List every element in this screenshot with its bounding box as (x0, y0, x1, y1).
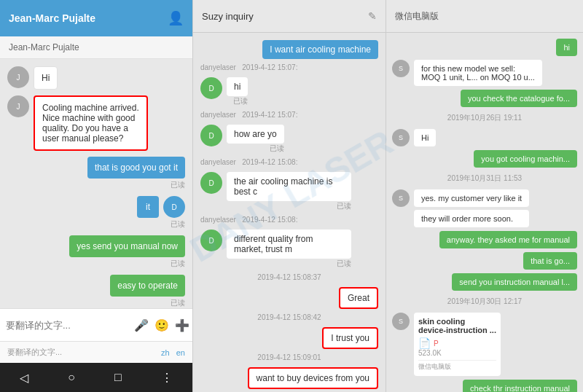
message-bubble-highlighted: want to buy devices from you (248, 367, 378, 389)
message-bubble: I want air cooling machine (262, 40, 378, 59)
avatar: S (392, 60, 410, 77)
message-bubble-sent: that is good you got it (87, 157, 185, 179)
file-card[interactable]: skin coolingdevice-instruction ... 📄 P 5… (414, 313, 501, 376)
message-bubble: they will order more soon. (414, 210, 529, 227)
avatar: J (7, 95, 29, 117)
list-item: I trust you (322, 327, 378, 349)
message-bubble-highlighted: Great (339, 287, 378, 309)
home-icon[interactable]: ○ (68, 371, 75, 384)
back-icon[interactable]: ◁ (20, 371, 28, 385)
list-item: send you instruction manual l... (452, 273, 577, 291)
read-status: 已读 (87, 180, 185, 190)
message-bubble: for this new model we sell:MOQ 1 unit, L… (414, 60, 542, 86)
mid-chat-area[interactable]: I want air cooling machine danyelaser 20… (193, 33, 386, 392)
square-icon[interactable]: □ (114, 371, 122, 384)
middle-chat-panel: Suzy inquiry ✎ I want air cooling machin… (193, 0, 386, 392)
read-status: 已读 (227, 96, 248, 106)
message-bubble: send you instruction manual l... (452, 273, 577, 291)
contact-info: Jean-Marc Pujalte (0, 36, 192, 59)
read-status: 已读 (227, 201, 351, 211)
list-item: S for this new model we sell:MOQ 1 unit,… (392, 60, 542, 86)
list-item: I want air cooling machine (262, 40, 378, 59)
message-bubble: different quality from market, trust m (227, 230, 351, 259)
message-bubble-highlighted: Cooling machine arrived.Nice machine wit… (34, 95, 148, 151)
message-bubble-highlighted: I trust you (322, 327, 378, 349)
file-source: 微信电脑版 (418, 360, 496, 372)
list-item: D the air cooling machine is best c 已读 (200, 172, 351, 211)
message-bubble: yes. my customer very like it (414, 189, 529, 207)
message-bubble: hi (556, 39, 577, 56)
list-item: J Cooling machine arrived.Nice machine w… (7, 95, 148, 151)
list-item: you check the catalogue fo... (461, 90, 577, 107)
list-item: hi (556, 39, 577, 56)
edit-icon[interactable]: ✎ (368, 10, 377, 22)
list-item: anyway. they asked me for manual (439, 231, 577, 248)
translate-bar: 要翻译的文字... zh en (0, 341, 192, 363)
right-chat-area[interactable]: hi S for this new model we sell:MOQ 1 un… (386, 33, 583, 392)
avatar: J (7, 66, 29, 88)
message-bubble: Hi (414, 129, 436, 146)
avatar: S (392, 129, 410, 146)
list-item: you got cooling machin... (474, 150, 577, 168)
app-container: DANY LASER Jean-Marc Pujalte 👤 Jean-Marc… (0, 0, 583, 392)
list-item: D how are yo 已读 (200, 125, 284, 154)
translate-placeholder: 要翻译的文字... (7, 347, 62, 358)
mid-header: Suzy inquiry ✎ (193, 0, 386, 33)
message-bubble: check thr instruction manual (463, 380, 577, 392)
add-icon[interactable]: ➕ (175, 318, 189, 332)
read-status: 已读 (227, 259, 351, 269)
message-bubble: you check the catalogue fo... (461, 90, 577, 107)
file-size: 523.0K (418, 349, 496, 357)
microphone-icon[interactable]: 🎤 (134, 318, 149, 332)
list-item: S yes. my customer very like it they wil… (392, 189, 529, 227)
message-bubble-sent-green: yes send you manual now (69, 235, 185, 257)
left-chat-panel: Jean-Marc Pujalte 👤 Jean-Marc Pujalte J … (0, 0, 193, 392)
list-item: J Hi (7, 66, 58, 90)
list-item: that is good you got it 已读 (87, 157, 185, 190)
message-bubble: anyway. they asked me for manual (439, 231, 577, 248)
list-item: S skin coolingdevice-instruction ... 📄 P… (392, 313, 501, 376)
left-header-title: Jean-Marc Pujalte (9, 12, 95, 24)
emoji-icon[interactable]: 🙂 (154, 318, 169, 332)
message-bubble-sent: it (137, 196, 159, 218)
timestamp: danyelaser 2019-4-12 15:07: (200, 63, 378, 71)
translate-lang[interactable]: zh en (161, 348, 185, 357)
message-bubble: Hi (34, 66, 58, 90)
message-bubble: the air cooling machine is best c (227, 172, 351, 201)
menu-icon[interactable]: ⋮ (161, 371, 173, 385)
timestamp: 2019-4-12 15:08:37 (200, 273, 378, 281)
list-item: yes send you manual now 已读 (69, 235, 185, 269)
nav-bar: ◁ ○ □ ⋮ (0, 363, 192, 392)
read-status: 已读 (69, 259, 185, 269)
list-item: want to buy devices from you (248, 367, 378, 389)
message-bubble: that is go... (523, 252, 577, 270)
avatar: D (200, 172, 222, 194)
avatar: D (200, 125, 222, 146)
list-item: it D 已读 (137, 196, 185, 230)
list-item: check thr instruction manual (463, 380, 577, 392)
timestamp: 2019-4-12 15:08:42 (200, 313, 378, 321)
left-chat-area[interactable]: J Hi J Cooling machine arrived.Nice mach… (0, 59, 192, 308)
list-item: D different quality from market, trust m… (200, 230, 351, 269)
timestamp: 2019年10月26日 19:11 (392, 113, 577, 123)
avatar-self: D (163, 196, 185, 218)
message-bubble-sent-green: easy to operate (110, 275, 185, 297)
list-item: D hi 已读 (200, 77, 248, 106)
message-bubble: hi (227, 77, 248, 96)
timestamp: danyelaser 2019-4-12 15:08: (200, 216, 378, 224)
message-input[interactable] (6, 320, 128, 331)
read-status: 已读 (137, 219, 185, 230)
file-icon: 📄 (418, 337, 431, 349)
bottom-bar: 🎤 🙂 ➕ (0, 308, 192, 341)
avatar: S (392, 189, 410, 207)
read-status: 已读 (110, 298, 185, 308)
avatar: D (200, 77, 222, 99)
timestamp: 2019-4-12 15:09:01 (200, 353, 378, 361)
list-item: easy to operate 已读 (110, 275, 185, 308)
person-icon: 👤 (168, 10, 184, 26)
message-bubble: how are yo (227, 125, 284, 144)
timestamp: danyelaser 2019-4-12 15:08: (200, 158, 378, 166)
list-item: that is go... (523, 252, 577, 270)
right-chat-panel: 微信电脑版 hi S for this new model we sell:MO… (386, 0, 583, 392)
timestamp: danyelaser 2019-4-12 15:07: (200, 111, 378, 119)
